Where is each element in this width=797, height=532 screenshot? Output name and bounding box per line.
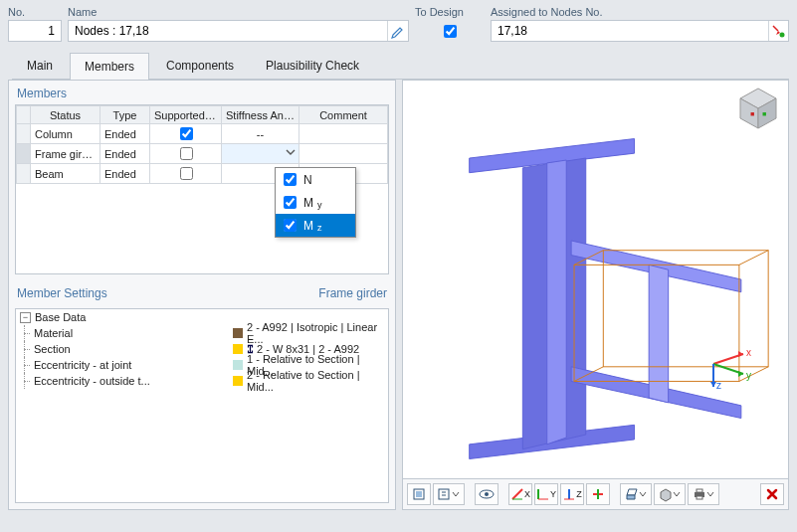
edit-name-icon[interactable] <box>387 21 408 41</box>
name-label: Name <box>68 6 409 18</box>
col-type[interactable]: Type <box>100 106 150 124</box>
fit-view-icon[interactable] <box>586 483 610 505</box>
tab-components[interactable]: Components <box>151 52 249 79</box>
svg-marker-9 <box>547 160 567 444</box>
svg-marker-23 <box>738 371 743 377</box>
axis-z-icon[interactable]: Z <box>560 483 584 505</box>
to-design-label: To Design <box>415 6 485 18</box>
tab-plausibility-check[interactable]: Plausibility Check <box>251 52 374 79</box>
axis-y-icon[interactable]: Y <box>534 483 558 505</box>
assigned-label: Assigned to Nodes No. <box>491 6 789 18</box>
svg-marker-43 <box>661 489 671 501</box>
supported-checkbox[interactable] <box>180 127 193 140</box>
supported-checkbox[interactable] <box>180 167 193 180</box>
member-settings-title: Member Settings <box>17 286 107 300</box>
svg-text:z: z <box>716 380 721 391</box>
svg-text:x: x <box>746 347 751 358</box>
assigned-nodes-input[interactable] <box>492 24 768 38</box>
stiffness-option-mz[interactable]: Mz <box>276 214 355 237</box>
col-comment[interactable]: Comment <box>299 106 388 124</box>
member-settings-context: Frame girder <box>318 286 387 300</box>
svg-marker-20 <box>738 351 743 357</box>
chevron-down-icon[interactable] <box>285 146 297 160</box>
view-preset-icon[interactable] <box>407 483 431 505</box>
stiffness-dropdown-popup[interactable]: N My Mz <box>275 167 356 238</box>
navigation-cube-icon[interactable]: ■ ■ <box>736 87 780 130</box>
svg-point-32 <box>485 492 489 496</box>
stiffness-dropdown-cell[interactable] <box>222 144 299 164</box>
table-row[interactable]: Frame girder Ended <box>17 144 388 164</box>
no-label: No. <box>8 6 62 18</box>
svg-marker-12 <box>649 265 669 403</box>
tree-item-eccentricity-outside[interactable]: Eccentricity - outside t... 2 - Relative… <box>16 373 388 389</box>
svg-line-15 <box>739 251 768 266</box>
swatch-icon <box>233 376 243 386</box>
svg-line-33 <box>512 489 522 499</box>
tab-members[interactable]: Members <box>70 53 149 80</box>
show-model-icon[interactable] <box>475 483 498 505</box>
svg-point-0 <box>780 33 785 38</box>
svg-marker-42 <box>627 495 635 499</box>
svg-rect-45 <box>697 489 702 492</box>
member-settings-tree[interactable]: − Base Data Material 2 - A992 | Isotropi… <box>15 308 389 503</box>
render-style-dropdown-icon[interactable] <box>654 483 686 505</box>
view-preset-dropdown-icon[interactable] <box>433 483 465 505</box>
svg-marker-41 <box>627 489 637 495</box>
axis-gizmo-icon: x y z <box>698 339 758 392</box>
3d-viewport[interactable]: ■ ■ <box>403 81 788 478</box>
svg-rect-29 <box>416 491 422 497</box>
supported-checkbox[interactable] <box>180 147 193 160</box>
name-input[interactable] <box>69 24 387 38</box>
table-row[interactable]: Column Ended -- <box>17 124 388 144</box>
members-title: Members <box>17 87 67 100</box>
svg-text:y: y <box>746 370 751 381</box>
stiffness-option-n[interactable]: N <box>276 168 355 191</box>
svg-text:■: ■ <box>750 110 754 117</box>
tab-bar: Main Members Components Plausibility Che… <box>12 52 789 80</box>
delete-icon[interactable] <box>760 483 784 505</box>
projection-dropdown-icon[interactable] <box>620 483 652 505</box>
svg-rect-46 <box>697 496 702 499</box>
pick-nodes-icon[interactable] <box>768 21 789 41</box>
viewport-toolbar: X Y Z <box>403 478 788 509</box>
col-stiffness[interactable]: Stiffness Analy <box>222 106 299 124</box>
swatch-icon <box>233 328 243 338</box>
col-supported[interactable]: Supported En <box>150 106 222 124</box>
tree-item-material[interactable]: Material 2 - A992 | Isotropic | Linear E… <box>16 325 388 341</box>
axis-x-icon[interactable]: X <box>508 483 532 505</box>
tab-main[interactable]: Main <box>12 52 68 79</box>
to-design-checkbox[interactable] <box>444 25 457 38</box>
no-input[interactable] <box>9 24 61 38</box>
collapse-icon[interactable]: − <box>20 312 31 323</box>
col-status[interactable]: Status <box>31 106 100 124</box>
stiffness-option-my[interactable]: My <box>276 191 355 214</box>
svg-text:■: ■ <box>762 110 766 117</box>
svg-rect-30 <box>439 489 449 499</box>
print-dropdown-icon[interactable] <box>688 483 719 505</box>
